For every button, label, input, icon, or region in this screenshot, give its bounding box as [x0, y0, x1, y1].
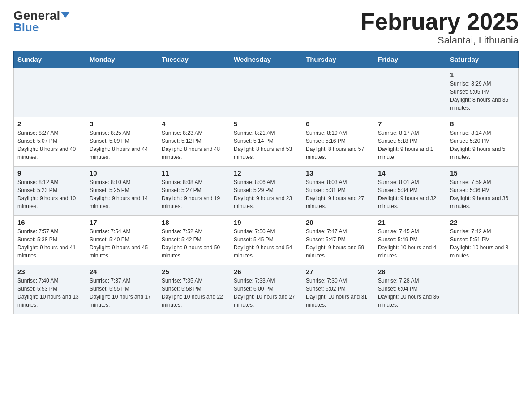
- day-info: Sunrise: 7:59 AM Sunset: 5:36 PM Dayligh…: [450, 178, 515, 210]
- header-cell-monday: Monday: [86, 51, 158, 68]
- day-info: Sunrise: 8:27 AM Sunset: 5:07 PM Dayligh…: [17, 129, 82, 161]
- header-cell-sunday: Sunday: [14, 51, 86, 68]
- day-number: 5: [234, 120, 298, 128]
- day-info: Sunrise: 8:25 AM Sunset: 5:09 PM Dayligh…: [90, 129, 154, 161]
- day-info: Sunrise: 7:35 AM Sunset: 5:58 PM Dayligh…: [162, 277, 226, 309]
- week-row-4: 23Sunrise: 7:40 AM Sunset: 5:53 PM Dayli…: [14, 265, 519, 314]
- day-cell: 3Sunrise: 8:25 AM Sunset: 5:09 PM Daylig…: [86, 117, 158, 167]
- week-row-3: 16Sunrise: 7:57 AM Sunset: 5:38 PM Dayli…: [14, 216, 519, 265]
- day-cell: 8Sunrise: 8:14 AM Sunset: 5:20 PM Daylig…: [446, 117, 519, 167]
- day-number: 12: [234, 169, 298, 177]
- day-number: 21: [378, 218, 442, 226]
- page-subtitle: Salantai, Lithuania: [360, 34, 519, 46]
- day-cell: [14, 68, 86, 117]
- day-info: Sunrise: 8:06 AM Sunset: 5:29 PM Dayligh…: [234, 178, 298, 210]
- title-block: February 2025 Salantai, Lithuania: [360, 9, 519, 46]
- day-info: Sunrise: 8:19 AM Sunset: 5:16 PM Dayligh…: [306, 129, 370, 161]
- day-number: 6: [306, 120, 370, 128]
- day-number: 23: [17, 268, 82, 275]
- calendar-header: SundayMondayTuesdayWednesdayThursdayFrid…: [14, 51, 519, 68]
- day-number: 26: [234, 268, 298, 275]
- day-info: Sunrise: 8:14 AM Sunset: 5:20 PM Dayligh…: [450, 129, 515, 161]
- day-number: 14: [378, 169, 442, 177]
- day-info: Sunrise: 8:01 AM Sunset: 5:34 PM Dayligh…: [378, 178, 442, 210]
- day-cell: 21Sunrise: 7:45 AM Sunset: 5:49 PM Dayli…: [374, 216, 446, 265]
- day-cell: 27Sunrise: 7:30 AM Sunset: 6:02 PM Dayli…: [302, 265, 374, 314]
- day-cell: 15Sunrise: 7:59 AM Sunset: 5:36 PM Dayli…: [446, 167, 519, 216]
- day-number: 8: [450, 120, 515, 128]
- day-number: 10: [90, 169, 154, 177]
- day-cell: 4Sunrise: 8:23 AM Sunset: 5:12 PM Daylig…: [158, 117, 230, 167]
- day-info: Sunrise: 7:37 AM Sunset: 5:55 PM Dayligh…: [90, 277, 154, 309]
- day-cell: 10Sunrise: 8:10 AM Sunset: 5:25 PM Dayli…: [86, 167, 158, 216]
- day-info: Sunrise: 8:10 AM Sunset: 5:25 PM Dayligh…: [90, 178, 154, 210]
- day-number: 28: [378, 268, 442, 275]
- day-cell: [158, 68, 230, 117]
- day-cell: 6Sunrise: 8:19 AM Sunset: 5:16 PM Daylig…: [302, 117, 374, 167]
- day-cell: 2Sunrise: 8:27 AM Sunset: 5:07 PM Daylig…: [14, 117, 86, 167]
- day-info: Sunrise: 8:08 AM Sunset: 5:27 PM Dayligh…: [162, 178, 226, 210]
- day-cell: 22Sunrise: 7:42 AM Sunset: 5:51 PM Dayli…: [446, 216, 519, 265]
- day-number: 18: [162, 218, 226, 226]
- day-cell: 14Sunrise: 8:01 AM Sunset: 5:34 PM Dayli…: [374, 167, 446, 216]
- day-cell: 1Sunrise: 8:29 AM Sunset: 5:05 PM Daylig…: [446, 68, 519, 117]
- day-info: Sunrise: 7:47 AM Sunset: 5:47 PM Dayligh…: [306, 227, 370, 260]
- day-cell: [446, 265, 519, 314]
- day-cell: 25Sunrise: 7:35 AM Sunset: 5:58 PM Dayli…: [158, 265, 230, 314]
- logo-blue-text: Blue: [13, 21, 39, 34]
- day-number: 25: [162, 268, 226, 275]
- day-number: 7: [378, 120, 442, 128]
- day-info: Sunrise: 7:28 AM Sunset: 6:04 PM Dayligh…: [378, 277, 442, 309]
- day-info: Sunrise: 8:23 AM Sunset: 5:12 PM Dayligh…: [162, 129, 226, 161]
- logo-triangle-icon: [61, 12, 70, 18]
- day-info: Sunrise: 7:42 AM Sunset: 5:51 PM Dayligh…: [450, 227, 515, 260]
- day-number: 16: [17, 218, 82, 226]
- day-number: 9: [17, 169, 82, 177]
- day-info: Sunrise: 7:52 AM Sunset: 5:42 PM Dayligh…: [162, 227, 226, 260]
- day-cell: 5Sunrise: 8:21 AM Sunset: 5:14 PM Daylig…: [230, 117, 302, 167]
- day-number: 17: [90, 218, 154, 226]
- day-info: Sunrise: 7:54 AM Sunset: 5:40 PM Dayligh…: [90, 227, 154, 260]
- day-number: 1: [450, 71, 515, 78]
- header-cell-wednesday: Wednesday: [230, 51, 302, 68]
- header-cell-thursday: Thursday: [302, 51, 374, 68]
- day-number: 2: [17, 120, 82, 128]
- day-number: 13: [306, 169, 370, 177]
- day-number: 22: [450, 218, 515, 226]
- day-cell: 20Sunrise: 7:47 AM Sunset: 5:47 PM Dayli…: [302, 216, 374, 265]
- day-cell: 26Sunrise: 7:33 AM Sunset: 6:00 PM Dayli…: [230, 265, 302, 314]
- day-cell: [230, 68, 302, 117]
- week-row-0: 1Sunrise: 8:29 AM Sunset: 5:05 PM Daylig…: [14, 68, 519, 117]
- day-number: 24: [90, 268, 154, 275]
- day-number: 15: [450, 169, 515, 177]
- day-info: Sunrise: 8:17 AM Sunset: 5:18 PM Dayligh…: [378, 129, 442, 161]
- header-row: SundayMondayTuesdayWednesdayThursdayFrid…: [14, 51, 519, 68]
- day-cell: 17Sunrise: 7:54 AM Sunset: 5:40 PM Dayli…: [86, 216, 158, 265]
- page-title: February 2025: [360, 9, 519, 34]
- day-number: 11: [162, 169, 226, 177]
- day-number: 27: [306, 268, 370, 275]
- day-cell: 11Sunrise: 8:08 AM Sunset: 5:27 PM Dayli…: [158, 167, 230, 216]
- day-info: Sunrise: 8:03 AM Sunset: 5:31 PM Dayligh…: [306, 178, 370, 210]
- day-cell: 18Sunrise: 7:52 AM Sunset: 5:42 PM Dayli…: [158, 216, 230, 265]
- header-cell-friday: Friday: [374, 51, 446, 68]
- day-cell: [374, 68, 446, 117]
- day-cell: 9Sunrise: 8:12 AM Sunset: 5:23 PM Daylig…: [14, 167, 86, 216]
- day-info: Sunrise: 7:50 AM Sunset: 5:45 PM Dayligh…: [234, 227, 298, 260]
- day-number: 3: [90, 120, 154, 128]
- day-cell: 13Sunrise: 8:03 AM Sunset: 5:31 PM Dayli…: [302, 167, 374, 216]
- day-info: Sunrise: 8:12 AM Sunset: 5:23 PM Dayligh…: [17, 178, 82, 210]
- day-cell: 24Sunrise: 7:37 AM Sunset: 5:55 PM Dayli…: [86, 265, 158, 314]
- day-info: Sunrise: 8:21 AM Sunset: 5:14 PM Dayligh…: [234, 129, 298, 161]
- day-cell: 7Sunrise: 8:17 AM Sunset: 5:18 PM Daylig…: [374, 117, 446, 167]
- logo: General Blue: [13, 9, 70, 34]
- day-info: Sunrise: 7:33 AM Sunset: 6:00 PM Dayligh…: [234, 277, 298, 309]
- day-cell: [302, 68, 374, 117]
- calendar-table: SundayMondayTuesdayWednesdayThursdayFrid…: [13, 51, 519, 314]
- day-info: Sunrise: 7:40 AM Sunset: 5:53 PM Dayligh…: [17, 277, 82, 309]
- week-row-1: 2Sunrise: 8:27 AM Sunset: 5:07 PM Daylig…: [14, 117, 519, 167]
- week-row-2: 9Sunrise: 8:12 AM Sunset: 5:23 PM Daylig…: [14, 167, 519, 216]
- day-cell: [86, 68, 158, 117]
- day-info: Sunrise: 7:45 AM Sunset: 5:49 PM Dayligh…: [378, 227, 442, 260]
- header-cell-tuesday: Tuesday: [158, 51, 230, 68]
